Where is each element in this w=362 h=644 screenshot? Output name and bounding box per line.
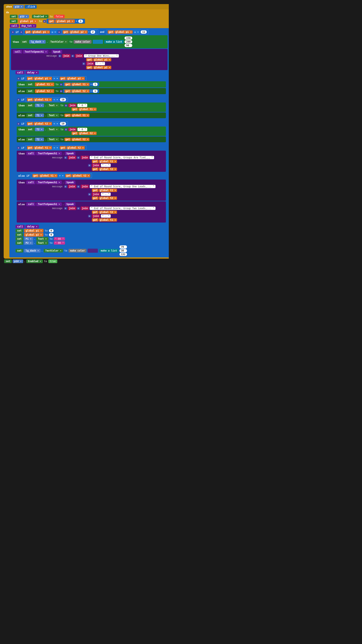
global-t1-set[interactable]: global t1 ▾: [35, 82, 54, 86]
global-p1-set[interactable]: global p1 ▾: [18, 19, 38, 23]
lt-op2[interactable]: < ▾: [52, 122, 59, 125]
gt-op2[interactable]: > ▾: [58, 174, 64, 177]
speak-method: Speak: [52, 50, 62, 54]
enabled-prop-final[interactable]: Enabled ▾: [26, 260, 43, 263]
p1u-component[interactable]: p1U ▾: [18, 15, 29, 18]
global-p1-get[interactable]: global p1 ▾: [55, 19, 74, 23]
tts2-fn[interactable]: TextToSpeech1 ▾: [36, 152, 62, 155]
get-global-p1-1[interactable]: get: [48, 19, 55, 23]
get-kw-t2b: get: [27, 122, 34, 125]
text-prop-T1[interactable]: Text ▾: [47, 104, 59, 107]
join-kw1b: join: [75, 54, 83, 58]
if-kw4: if: [21, 122, 24, 125]
global-t2-T2[interactable]: global t2 ▾: [78, 132, 96, 135]
delay-fn1[interactable]: delay ▾: [26, 71, 39, 74]
speak-row1: call TextToSpeech1 ▾ . Speak: [13, 50, 166, 54]
event-trigger[interactable]: .Click: [25, 5, 37, 8]
plus1: +: [76, 20, 77, 22]
text-prop-T1e[interactable]: Text ▾: [47, 114, 59, 117]
global-p1-m1[interactable]: global p1 ▾: [93, 58, 111, 61]
to-P2t: to: [50, 242, 52, 244]
get-kw-t1b: get: [27, 98, 34, 101]
tts3-fn[interactable]: TextToSpeech1 ▾: [36, 180, 62, 184]
join-tl1: join: [68, 206, 76, 210]
then-kw5: then: [18, 152, 25, 155]
T1-comp-e[interactable]: T1 ▾: [35, 114, 44, 117]
color-r2: 79: [120, 245, 127, 249]
text-prop-P1t[interactable]: Text ▾: [36, 237, 48, 241]
if-kw5: if: [21, 146, 24, 150]
lt-op1[interactable]: < ▾: [52, 98, 59, 101]
global-t1-tied[interactable]: global t1 ▾: [99, 160, 117, 163]
gear-T2: ⚙: [64, 128, 68, 131]
gt-op[interactable]: > ▾: [52, 77, 59, 80]
textcolor-prop[interactable]: TextColor ▾: [49, 40, 68, 44]
global-t2-tl[interactable]: global t2 ▾: [99, 210, 117, 214]
make-list-btn1: make a list: [104, 40, 124, 44]
global-t2-get[interactable]: global t2 ▾: [71, 90, 90, 93]
global-t1-get[interactable]: global t1 ▾: [71, 83, 90, 86]
global-t2-eq[interactable]: global t2 ▾: [66, 146, 84, 150]
if-t1-lt-10: ⚙ if get global t1 ▾ < ▾ 10 then: [15, 96, 168, 120]
global-t1-ei[interactable]: global t1 ▾: [39, 174, 57, 177]
global-t1-eq[interactable]: global t1 ▾: [34, 146, 52, 150]
global-t1-tl[interactable]: global t1 ▾: [99, 218, 117, 222]
p1u-comp-final[interactable]: p1U ▾: [13, 260, 23, 263]
T1-comp[interactable]: T1 ▾: [35, 104, 44, 107]
text-prop-T2e[interactable]: Text ▾: [47, 138, 59, 141]
global-t2-T2e[interactable]: global t2 ▾: [71, 138, 90, 141]
then-kw4: then: [18, 128, 25, 131]
text-prop-T2[interactable]: Text ▾: [47, 128, 59, 131]
global-t2-tied[interactable]: global t2 ▾: [99, 168, 117, 171]
gte-op2[interactable]: ≥ ▾: [133, 30, 140, 34]
call-kw1: call: [10, 24, 19, 28]
enabled-prop[interactable]: Enabled ▾: [32, 15, 48, 18]
global-p1-reset[interactable]: global p1 ▾: [24, 229, 44, 232]
eq-op[interactable]: = ▾: [52, 146, 59, 150]
global-p2-s1[interactable]: global p2 ▾: [69, 30, 88, 34]
tts1-fn[interactable]: TextToSpeech1 ▾: [23, 50, 48, 54]
P1-comp2[interactable]: P1 ▾: [24, 237, 33, 241]
str-one-leads: " End of Round Score, Group One Leads,..…: [90, 185, 156, 188]
delay-fn2[interactable]: delay ▾: [26, 225, 39, 228]
set-kw-t2: set: [26, 89, 34, 93]
global-t1-T1[interactable]: global t1 ▾: [78, 108, 96, 111]
global-p1-gt[interactable]: global p1 ▾: [34, 77, 52, 80]
global-t2-lt[interactable]: global t2 ▾: [34, 122, 52, 125]
cond-expr2: get global p1 ▾ ≥ ▾ 11: [106, 30, 148, 34]
plus-t2: +: [90, 90, 92, 92]
global-t2-ol[interactable]: global t2 ▾: [99, 196, 117, 200]
global-p2-gt[interactable]: global p2 ▾: [66, 77, 84, 80]
global-t2-ei[interactable]: global t2 ▾: [72, 174, 90, 177]
get-kw-m2: get: [86, 66, 93, 69]
gte-op1[interactable]: ≥ ▾: [50, 30, 57, 34]
global-t1-ol[interactable]: global t1 ▾: [99, 189, 117, 192]
gear-tied3: ⚙: [88, 164, 91, 167]
T2-comp-e[interactable]: T2 ▾: [35, 138, 44, 141]
global-p1-c2[interactable]: global p1 ▾: [114, 30, 133, 34]
dsp-txt-fn[interactable]: dsp_txt ▾: [20, 24, 36, 28]
textcolor-prop2[interactable]: TextColor ▾: [44, 249, 63, 252]
event-component[interactable]: p1U ▾: [13, 5, 24, 8]
global-p1-c1[interactable]: global p1 ▾: [32, 30, 50, 34]
global-t1-lt[interactable]: global t1 ▾: [34, 98, 52, 101]
gear-ol3: ⚙: [88, 193, 91, 196]
tts4-fn[interactable]: TextToSpeech1 ▾: [36, 202, 62, 206]
lg-dash-comp2[interactable]: lg_dash ▾: [24, 249, 40, 252]
then-t2-text: then set T2 ▾ . Text ▾ to ⚙ join " 0 " g…: [17, 126, 166, 136]
gear-tl1: ⚙: [64, 207, 67, 210]
global-t2-set[interactable]: global t2 ▾: [35, 89, 54, 93]
T2-comp[interactable]: T2 ▾: [35, 128, 44, 131]
global-p2-m1[interactable]: global p2 ▾: [93, 66, 111, 69]
P2-comp2[interactable]: P2 ▾: [24, 241, 33, 245]
global-t1-T1e[interactable]: global t1 ▾: [71, 114, 90, 117]
str-dash-tied: " - ": [101, 164, 111, 167]
plus-s1: +: [88, 30, 90, 34]
speak-dot: .: [49, 50, 50, 53]
text-prop-P2t[interactable]: Text ▾: [36, 241, 48, 245]
num-11: 11: [141, 30, 147, 34]
dot-T1e: .: [45, 114, 46, 117]
lg-dash-comp[interactable]: lg_dash ▾: [29, 40, 46, 44]
global-p2-reset[interactable]: global p2 ▾: [24, 233, 44, 236]
str-group-one-wins: " Group One Wins,... ": [84, 54, 119, 58]
